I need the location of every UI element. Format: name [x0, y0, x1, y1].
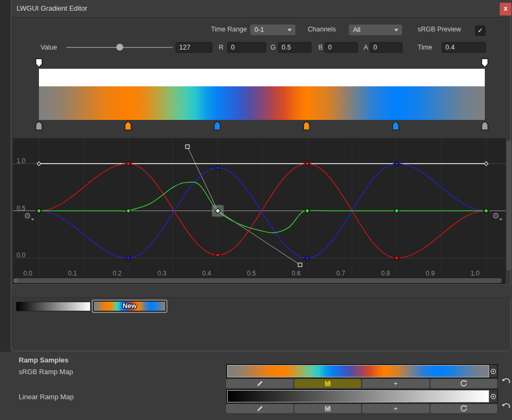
horizontal-scrollbar[interactable]: [13, 278, 502, 283]
color-marker[interactable]: [303, 121, 310, 131]
time-range-dropdown[interactable]: 0-1: [250, 25, 295, 35]
blue-key[interactable]: [394, 161, 399, 166]
chevron-down-icon: [287, 29, 292, 31]
tangent-line: [187, 147, 300, 265]
a-label: A: [362, 43, 368, 52]
save-button[interactable]: [294, 379, 362, 388]
a-field[interactable]: 0: [370, 42, 403, 53]
x-tick-label: 0.3: [155, 270, 170, 277]
revert-button[interactable]: [501, 376, 511, 385]
plus-icon: +: [394, 405, 398, 413]
floppy-save-icon: [324, 380, 331, 387]
channels-dropdown[interactable]: All: [349, 25, 402, 35]
alpha-marker-fill: [482, 59, 487, 67]
green-key[interactable]: [305, 208, 310, 213]
color-marker[interactable]: [213, 121, 221, 131]
x-tick-label: 0.2: [110, 270, 125, 277]
srgb-ramp-buttons: +: [226, 379, 497, 388]
x-tick-label: 0.4: [199, 270, 214, 277]
refresh-button[interactable]: [430, 404, 498, 413]
red-key[interactable]: [126, 161, 131, 166]
close-button[interactable]: x: [500, 3, 511, 15]
y-tick-label: 0.0: [17, 252, 26, 259]
refresh-button[interactable]: [430, 379, 498, 388]
green-key[interactable]: [126, 208, 131, 213]
b-field[interactable]: 0: [324, 42, 358, 53]
alpha-key[interactable]: [484, 161, 488, 165]
channels-label: Channels: [308, 25, 336, 34]
checkmark-icon: ✓: [477, 27, 483, 34]
pencil-icon: [256, 405, 263, 413]
srgb-ramp-preview[interactable]: [226, 364, 498, 378]
x-tick-label: 0.6: [289, 270, 303, 277]
green-key[interactable]: [36, 208, 41, 213]
color-marker[interactable]: [124, 121, 132, 131]
r-field[interactable]: 0: [227, 42, 266, 53]
red-key[interactable]: [215, 253, 220, 257]
gradient-editor-screen: LWGUI Gradient Editor x Time Range 0-1 C…: [0, 0, 512, 420]
object-picker-button[interactable]: [489, 390, 497, 402]
y-tick-label: 1.0: [17, 157, 26, 165]
time-field[interactable]: 0.4: [442, 42, 486, 53]
red-key[interactable]: [305, 161, 310, 166]
color-marker[interactable]: [35, 121, 43, 131]
picker-dot-icon: [490, 368, 497, 375]
color-marker[interactable]: [392, 121, 399, 131]
srgb-preview-label: sRGB Preview: [418, 25, 461, 34]
blue-key[interactable]: [126, 255, 131, 260]
curve-editor-panel[interactable]: 0.00.10.20.30.40.50.60.70.80.91.0 1.00.5…: [13, 138, 506, 284]
color-marker-fill: [482, 122, 487, 130]
color-marker-fill: [393, 122, 398, 130]
x-tick-label: 0.9: [423, 270, 438, 277]
revert-button[interactable]: [501, 401, 511, 410]
refresh-icon: [460, 405, 468, 413]
red-key[interactable]: [394, 255, 399, 260]
green-key[interactable]: [484, 208, 489, 213]
vertical-scrollbar[interactable]: [507, 140, 511, 271]
preset-swatch-grayscale[interactable]: [16, 302, 91, 311]
gear-icon[interactable]: ⚙: [492, 212, 499, 220]
save-button[interactable]: [294, 404, 362, 413]
value-slider-thumb[interactable]: [116, 44, 123, 51]
gradient-color-strip[interactable]: [39, 86, 485, 120]
edit-button[interactable]: [226, 404, 293, 413]
object-picker-button[interactable]: [489, 365, 497, 377]
color-marker[interactable]: [481, 121, 489, 131]
presets-header: Presets: [11, 284, 511, 298]
srgb-preview-checkbox[interactable]: ✓: [475, 26, 485, 36]
add-button[interactable]: +: [362, 404, 429, 413]
color-marker-fill: [125, 122, 131, 130]
alpha-marker[interactable]: [35, 58, 43, 68]
value-label: Value: [41, 43, 57, 52]
srgb-ramp-gradient: [227, 365, 489, 377]
gradient-alpha-strip[interactable]: [39, 69, 485, 86]
window-titlebar[interactable]: LWGUI Gradient Editor: [11, 0, 510, 18]
green-key[interactable]: [394, 208, 399, 213]
g-field[interactable]: 0.5: [278, 42, 311, 53]
time-range-label: Time Range: [187, 25, 247, 34]
time-label: Time: [418, 43, 432, 52]
alpha-marker[interactable]: [481, 58, 489, 68]
x-tick-label: 0.8: [378, 270, 393, 277]
blue-key[interactable]: [305, 255, 310, 260]
gear-icon[interactable]: ⚙: [24, 212, 31, 220]
linear-ramp-map-label: Linear Ramp Map: [19, 393, 74, 401]
color-marker-fill: [36, 122, 42, 130]
srgb-ramp-map-label: sRGB Ramp Map: [19, 368, 73, 376]
editor-background-strip: [0, 0, 11, 352]
linear-ramp-preview[interactable]: [226, 389, 498, 403]
add-button[interactable]: +: [362, 379, 429, 388]
ramp-samples-heading: Ramp Samples: [19, 356, 68, 364]
refresh-icon: [460, 379, 468, 387]
value-field[interactable]: 127: [175, 42, 212, 53]
gradient-editor-window: LWGUI Gradient Editor x Time Range 0-1 C…: [11, 0, 511, 351]
x-tick-label: 1.0: [468, 270, 483, 277]
alpha-marker-fill: [36, 59, 42, 67]
blue-key[interactable]: [215, 165, 220, 170]
b-label: B: [316, 43, 323, 52]
alpha-key[interactable]: [37, 161, 41, 165]
x-tick-label: 0.7: [333, 270, 348, 277]
edit-button[interactable]: [226, 379, 293, 388]
preset-swatch-new[interactable]: New: [92, 300, 167, 313]
floppy-save-icon: [324, 405, 331, 412]
